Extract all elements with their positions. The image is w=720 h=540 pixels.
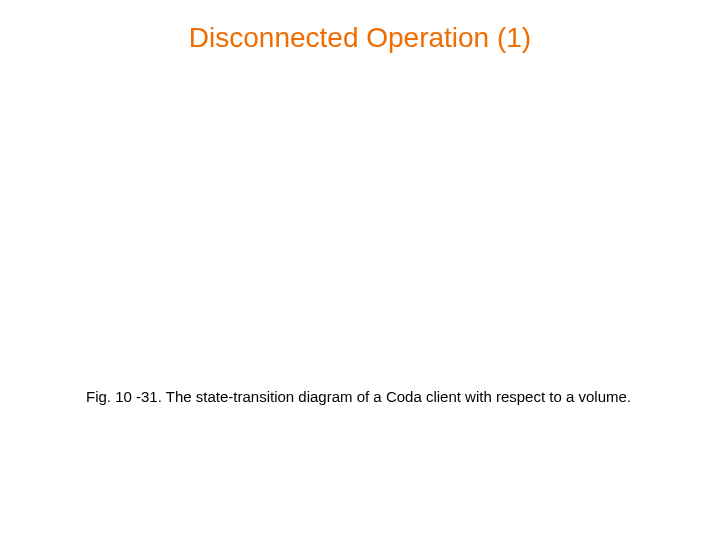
slide-title: Disconnected Operation (1) xyxy=(0,22,720,54)
slide: Disconnected Operation (1) Fig. 10 -31. … xyxy=(0,0,720,540)
figure-caption: Fig. 10 -31. The state-transition diagra… xyxy=(86,388,660,407)
